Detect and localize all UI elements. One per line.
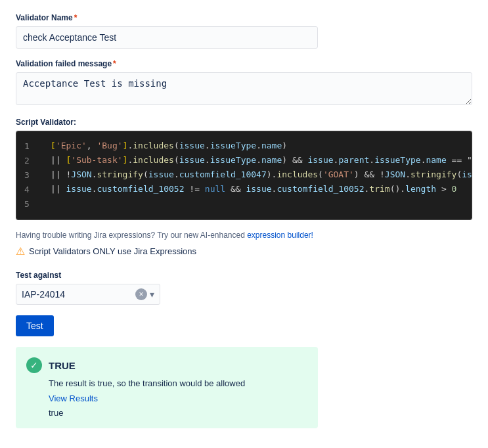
test-against-select[interactable]: IAP-24014 × ▾ bbox=[16, 284, 160, 305]
test-button[interactable]: Test bbox=[16, 315, 54, 336]
warning-box: ⚠ Script Validators ONLY use Jira Expres… bbox=[16, 245, 472, 258]
expression-help-text: Having trouble writing Jira expressions?… bbox=[16, 231, 245, 240]
expression-help: Having trouble writing Jira expressions?… bbox=[16, 231, 472, 240]
result-description: The result is true, so the transition wo… bbox=[26, 378, 307, 388]
validation-message-group: Validation failed message* bbox=[16, 59, 472, 107]
code-line-5: 5 bbox=[16, 197, 472, 212]
warning-text: Script Validators ONLY use Jira Expressi… bbox=[29, 246, 196, 256]
line-number-3: 3 bbox=[24, 168, 40, 183]
chevron-down-icon[interactable]: ▾ bbox=[150, 289, 154, 300]
code-content-1: ['Epic', 'Bug'].includes(issue.issueType… bbox=[51, 139, 287, 153]
validation-message-label-text: Validation failed message bbox=[16, 59, 112, 68]
validation-message-label: Validation failed message* bbox=[16, 59, 472, 68]
script-validator-group: Script Validator: 1 ['Epic', 'Bug'].incl… bbox=[16, 118, 472, 220]
validator-name-input[interactable] bbox=[16, 26, 318, 49]
required-star-name: * bbox=[74, 13, 78, 22]
line-number-5: 5 bbox=[24, 197, 40, 212]
test-against-label: Test against bbox=[16, 271, 472, 280]
line-number-2: 2 bbox=[24, 154, 40, 168]
script-validator-label: Script Validator: bbox=[16, 118, 472, 127]
code-line-4: 4 || issue.customfield_10052 != null && … bbox=[16, 183, 472, 197]
code-content-2: || ['Sub-task'].includes(issue.issueType… bbox=[51, 154, 472, 168]
code-line-3: 3 || !JSON.stringify(issue.customfield_1… bbox=[16, 168, 472, 183]
validator-name-group: Validator Name* bbox=[16, 13, 472, 49]
test-against-clear-button[interactable]: × bbox=[135, 288, 147, 300]
code-content-3: || !JSON.stringify(issue.customfield_100… bbox=[51, 168, 472, 182]
view-results-link[interactable]: View Results bbox=[26, 393, 307, 403]
code-editor[interactable]: 1 ['Epic', 'Bug'].includes(issue.issueTy… bbox=[16, 131, 472, 220]
line-number-1: 1 bbox=[24, 139, 40, 154]
code-content-4: || issue.customfield_10052 != null && is… bbox=[51, 183, 456, 196]
validation-message-input[interactable] bbox=[16, 72, 472, 105]
code-line-1: 1 ['Epic', 'Bug'].includes(issue.issueTy… bbox=[16, 139, 472, 154]
result-header: ✓ TRUE bbox=[26, 357, 307, 373]
test-against-value: IAP-24014 bbox=[22, 289, 135, 300]
line-number-4: 4 bbox=[24, 183, 40, 197]
result-value: true bbox=[26, 408, 63, 418]
expression-builder-link[interactable]: expression builder! bbox=[247, 231, 313, 240]
code-content-5 bbox=[51, 197, 56, 211]
result-check-icon: ✓ bbox=[26, 357, 42, 373]
validator-name-label-text: Validator Name bbox=[16, 13, 73, 22]
warning-icon: ⚠ bbox=[16, 245, 25, 258]
result-box: ✓ TRUE The result is true, so the transi… bbox=[16, 347, 318, 428]
test-against-section: Test against IAP-24014 × ▾ bbox=[16, 271, 472, 305]
result-title: TRUE bbox=[49, 360, 76, 371]
code-line-2: 2 || ['Sub-task'].includes(issue.issueTy… bbox=[16, 154, 472, 168]
required-star-message: * bbox=[113, 59, 116, 68]
validator-name-label: Validator Name* bbox=[16, 13, 472, 22]
